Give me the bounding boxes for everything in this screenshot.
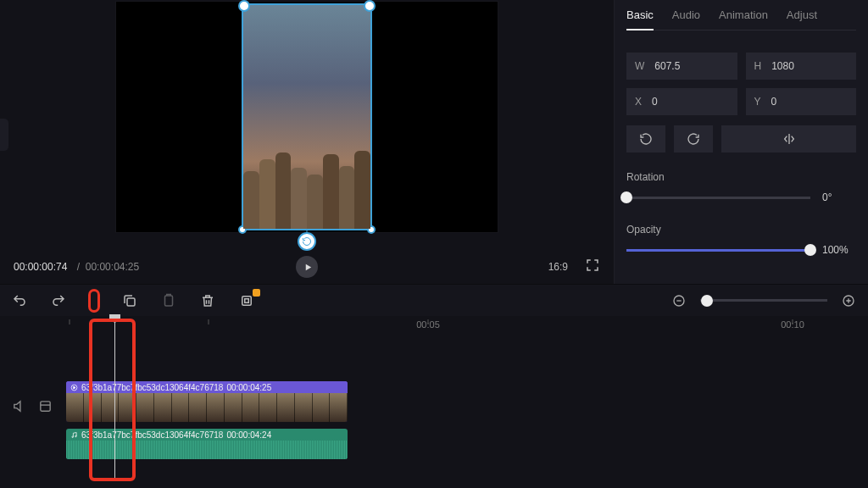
- y-field[interactable]: Y 0: [746, 88, 857, 115]
- x-field[interactable]: X 0: [626, 88, 737, 115]
- svg-point-8: [75, 435, 77, 437]
- rotation-slider[interactable]: [626, 197, 810, 199]
- undo-button[interactable]: [10, 291, 29, 310]
- timeline-toolbar: [0, 284, 868, 316]
- tab-basic[interactable]: Basic: [626, 8, 654, 21]
- opacity-slider[interactable]: [626, 249, 810, 252]
- flip-horizontal-button[interactable]: [721, 125, 856, 152]
- tab-audio[interactable]: Audio: [672, 8, 700, 21]
- aspect-ratio[interactable]: 16:9: [548, 261, 568, 273]
- timeline[interactable]: 00:05 00:10 63f3b1a77bc7fbc53dc13064f4c7…: [0, 316, 868, 488]
- svg-rect-5: [41, 402, 50, 411]
- premium-badge-icon: [253, 289, 260, 297]
- preview-pane: 00:00:00:74 / 00:00:04:25 16:9: [0, 0, 614, 284]
- video-clip[interactable]: 63f3b1a77bc7fbc53dc13064f4c76718 00:00:0…: [66, 381, 348, 422]
- copy-button[interactable]: [120, 291, 139, 310]
- zoom-out-button[interactable]: [670, 291, 688, 310]
- preview-video-frame: [243, 144, 370, 229]
- svg-rect-2: [242, 296, 252, 305]
- rotation-label: Rotation: [626, 171, 856, 183]
- properties-panel: Basic Audio Animation Adjust W 607.5 H 1…: [614, 0, 868, 284]
- playhead[interactable]: [114, 316, 115, 481]
- video-clip-duration: 00:00:04:25: [226, 383, 271, 392]
- rotation-value: 0°: [822, 191, 856, 203]
- rotate-cw-button[interactable]: [674, 125, 713, 152]
- zoom-slider[interactable]: [700, 299, 827, 302]
- crop-button[interactable]: [237, 291, 256, 310]
- delete-button[interactable]: [198, 291, 217, 310]
- height-field[interactable]: H 1080: [746, 53, 857, 80]
- rotate-ccw-button[interactable]: [626, 125, 665, 152]
- mute-track-icon[interactable]: [12, 399, 26, 416]
- svg-rect-1: [165, 296, 173, 306]
- audio-clip-duration: 00:00:04:24: [226, 430, 271, 440]
- track-view-icon[interactable]: [38, 399, 53, 416]
- timeline-ruler[interactable]: 00:05 00:10: [0, 316, 868, 336]
- timecode: 00:00:00:74 / 00:00:04:25: [14, 261, 139, 273]
- selection-box[interactable]: [242, 3, 372, 230]
- redo-button[interactable]: [49, 291, 68, 310]
- tab-adjust[interactable]: Adjust: [787, 8, 817, 21]
- fullscreen-icon[interactable]: [585, 258, 600, 275]
- svg-point-7: [72, 436, 74, 438]
- video-clip-name: 63f3b1a77bc7fbc53dc13064f4c76718: [81, 383, 223, 392]
- tab-animation[interactable]: Animation: [719, 8, 768, 21]
- audio-clip[interactable]: 63f3b1a77bc7fbc53dc13064f4c76718 00:00:0…: [66, 429, 348, 459]
- rotate-handle[interactable]: [298, 232, 316, 251]
- opacity-value: 100%: [822, 244, 856, 256]
- expand-sidebar-tab[interactable]: [0, 119, 8, 151]
- svg-rect-0: [127, 298, 135, 306]
- paste-button[interactable]: [159, 291, 178, 310]
- audio-clip-name: 63f3b1a77bc7fbc53dc13064f4c76718: [81, 430, 223, 440]
- preview-canvas[interactable]: [116, 2, 498, 232]
- width-field[interactable]: W 607.5: [626, 53, 737, 80]
- zoom-in-button[interactable]: [839, 291, 858, 310]
- opacity-label: Opacity: [626, 224, 856, 236]
- play-button[interactable]: [296, 256, 318, 278]
- split-button[interactable]: [88, 289, 100, 313]
